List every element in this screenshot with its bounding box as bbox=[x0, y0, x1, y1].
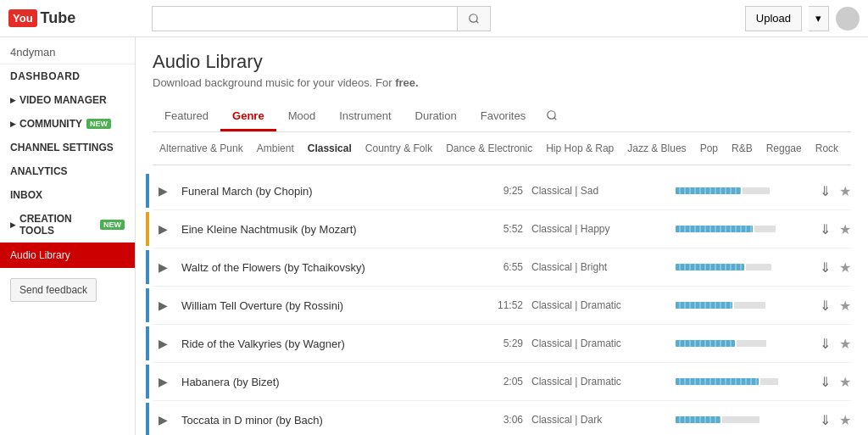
track-genre: Classical | Sad bbox=[531, 185, 667, 197]
genre-tab-alt-punk[interactable]: Alternative & Punk bbox=[153, 139, 250, 158]
track-bar-container bbox=[676, 187, 811, 194]
track-actions: ⇓ ★ bbox=[820, 412, 851, 428]
track-duration: 9:25 bbox=[485, 185, 523, 197]
genre-tab-ambient[interactable]: Ambient bbox=[250, 139, 301, 158]
header: You Tube Upload ▾ bbox=[0, 0, 868, 37]
play-button[interactable]: ▶ bbox=[153, 371, 173, 392]
youtube-logo: You Tube bbox=[8, 9, 75, 27]
play-button[interactable]: ▶ bbox=[153, 181, 173, 201]
download-icon[interactable]: ⇓ bbox=[820, 183, 831, 199]
tab-favorites[interactable]: Favorites bbox=[469, 103, 537, 131]
track-bar-filled bbox=[676, 226, 753, 232]
star-icon[interactable]: ★ bbox=[839, 336, 851, 352]
avatar[interactable] bbox=[836, 7, 860, 31]
track-title: Funeral March (by Chopin) bbox=[181, 185, 476, 198]
track-genre: Classical | Bright bbox=[531, 261, 667, 273]
genre-tab-country[interactable]: Country & Folk bbox=[359, 139, 439, 158]
download-icon[interactable]: ⇓ bbox=[820, 298, 831, 314]
track-bar-empty bbox=[743, 187, 770, 194]
track-bar-empty bbox=[746, 264, 771, 270]
play-button[interactable]: ▶ bbox=[153, 333, 173, 354]
star-icon[interactable]: ★ bbox=[839, 259, 851, 276]
track-bar-filled bbox=[676, 264, 744, 270]
community-badge: NEW bbox=[86, 119, 111, 129]
download-icon[interactable]: ⇓ bbox=[820, 412, 831, 428]
track-genre: Classical | Happy bbox=[531, 223, 667, 235]
star-icon[interactable]: ★ bbox=[839, 374, 851, 390]
svg-point-2 bbox=[548, 111, 555, 119]
genre-tab-rnb[interactable]: R&B bbox=[725, 139, 760, 158]
track-row: ▶ Eine Kleine Nachtmusik (by Mozart) 5:5… bbox=[153, 210, 851, 248]
track-actions: ⇓ ★ bbox=[820, 221, 851, 237]
upload-button[interactable]: Upload bbox=[745, 6, 802, 31]
track-duration: 2:05 bbox=[485, 376, 523, 388]
track-title: Toccata in D minor (by Bach) bbox=[181, 414, 476, 427]
sidebar-item-community[interactable]: ▸ COMMUNITY NEW bbox=[0, 112, 135, 136]
play-button[interactable]: ▶ bbox=[153, 257, 173, 277]
sidebar-item-dashboard[interactable]: DASHBOARD bbox=[0, 64, 135, 88]
track-actions: ⇓ ★ bbox=[820, 374, 851, 390]
star-icon[interactable]: ★ bbox=[839, 298, 851, 314]
logo-tube: Tube bbox=[41, 9, 76, 27]
download-icon[interactable]: ⇓ bbox=[820, 374, 831, 390]
page-title: Audio Library bbox=[153, 51, 851, 73]
track-bar-filled bbox=[676, 416, 721, 423]
track-indicator bbox=[146, 365, 149, 399]
star-icon[interactable]: ★ bbox=[839, 221, 851, 237]
svg-point-0 bbox=[470, 14, 477, 21]
sidebar-item-creation-tools[interactable]: ▸ CREATION TOOLS NEW bbox=[0, 207, 135, 243]
track-genre: Classical | Dark bbox=[531, 414, 667, 426]
track-genre: Classical | Dramatic bbox=[531, 376, 667, 388]
track-indicator bbox=[146, 250, 149, 284]
creation-tools-label: CREATION TOOLS bbox=[19, 213, 96, 237]
upload-dropdown-button[interactable]: ▾ bbox=[809, 6, 829, 31]
sidebar-item-analytics[interactable]: ANALYTICS bbox=[0, 159, 135, 183]
play-button[interactable]: ▶ bbox=[153, 219, 173, 239]
track-actions: ⇓ ★ bbox=[820, 336, 851, 352]
sidebar-item-video-manager[interactable]: ▸ VIDEO MANAGER bbox=[0, 88, 135, 112]
audio-library-label: Audio Library bbox=[10, 249, 70, 261]
send-feedback-button[interactable]: Send feedback bbox=[10, 278, 97, 302]
search-input[interactable] bbox=[152, 6, 457, 31]
track-genre: Classical | Dramatic bbox=[531, 299, 667, 311]
track-indicator bbox=[146, 212, 149, 246]
download-icon[interactable]: ⇓ bbox=[820, 259, 831, 276]
track-row: ▶ William Tell Overture (by Rossini) 11:… bbox=[153, 287, 851, 325]
genre-tab-classical[interactable]: Classical bbox=[301, 139, 359, 158]
genre-tab-reggae[interactable]: Reggae bbox=[760, 139, 809, 158]
arrow-icon: ▸ bbox=[10, 118, 15, 130]
download-icon[interactable]: ⇓ bbox=[820, 336, 831, 352]
sidebar-item-channel-settings[interactable]: CHANNEL SETTINGS bbox=[0, 136, 135, 159]
arrow-icon: ▸ bbox=[10, 94, 15, 106]
tab-instrument[interactable]: Instrument bbox=[327, 103, 403, 131]
play-button[interactable]: ▶ bbox=[153, 410, 173, 430]
track-actions: ⇓ ★ bbox=[820, 259, 851, 276]
genre-tab-pop[interactable]: Pop bbox=[693, 139, 725, 158]
tab-genre[interactable]: Genre bbox=[220, 103, 276, 131]
genre-tab-hiphop[interactable]: Hip Hop & Rap bbox=[539, 139, 620, 158]
download-icon[interactable]: ⇓ bbox=[820, 221, 831, 237]
track-bar-empty bbox=[760, 378, 778, 385]
tab-duration[interactable]: Duration bbox=[403, 103, 469, 131]
search-bar bbox=[152, 6, 491, 31]
tab-mood[interactable]: Mood bbox=[276, 103, 328, 131]
track-row: ▶ Waltz of the Flowers (by Tchaikovsky) … bbox=[153, 248, 851, 287]
track-bar-empty bbox=[754, 226, 776, 232]
genre-tab-rock[interactable]: Rock bbox=[809, 139, 845, 158]
tab-featured[interactable]: Featured bbox=[153, 103, 220, 131]
track-bar-empty bbox=[734, 302, 765, 309]
track-row: ▶ Ride of the Valkyries (by Wagner) 5:29… bbox=[153, 325, 851, 363]
tab-search-icon[interactable] bbox=[537, 103, 566, 131]
search-button[interactable] bbox=[457, 6, 491, 31]
subtitle-free: free. bbox=[395, 76, 418, 89]
track-indicator bbox=[146, 174, 149, 208]
star-icon[interactable]: ★ bbox=[839, 183, 851, 199]
star-icon[interactable]: ★ bbox=[839, 412, 851, 428]
sidebar-item-audio-library[interactable]: Audio Library bbox=[0, 243, 135, 268]
play-button[interactable]: ▶ bbox=[153, 295, 173, 315]
genre-tab-jazz[interactable]: Jazz & Blues bbox=[620, 139, 693, 158]
track-title: Ride of the Valkyries (by Wagner) bbox=[181, 337, 476, 350]
track-bar-filled bbox=[676, 187, 741, 194]
genre-tab-dance[interactable]: Dance & Electronic bbox=[439, 139, 539, 158]
sidebar-item-inbox[interactable]: INBOX bbox=[0, 183, 135, 207]
